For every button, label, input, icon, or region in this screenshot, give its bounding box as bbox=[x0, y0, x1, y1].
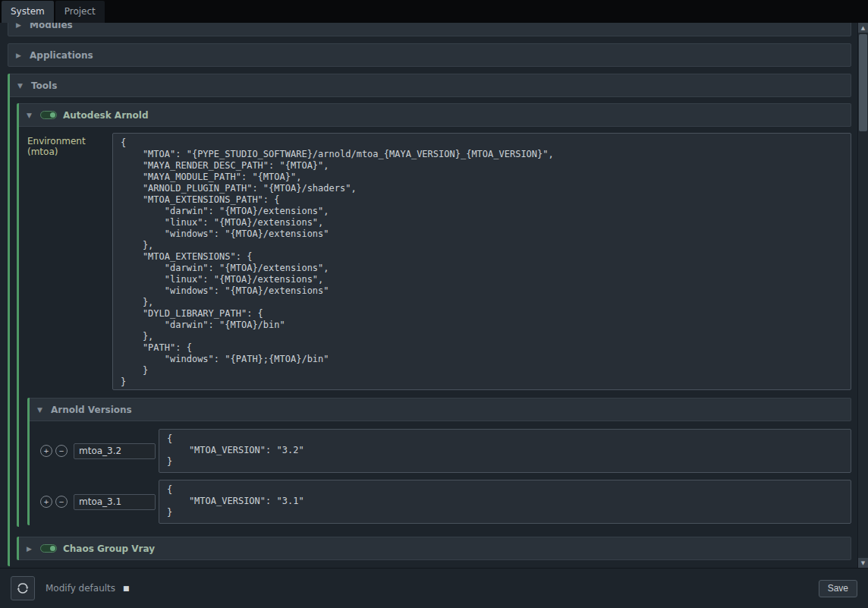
version-name-input[interactable] bbox=[74, 443, 156, 459]
environment-field-row: Environment (mtoa) { "MTOA": "{PYPE_STUD… bbox=[27, 133, 851, 390]
expand-arrow-icon: ▶ bbox=[27, 545, 34, 553]
add-version-button[interactable]: + bbox=[40, 496, 52, 508]
section-header-arnold-versions[interactable]: ▼ Arnold Versions bbox=[30, 398, 851, 421]
version-row: + − { "MTOA_VERSION": "3.1" } bbox=[40, 480, 851, 524]
section-header-chaos-group-vray[interactable]: ▶ Chaos Group Vray bbox=[19, 537, 851, 560]
collapse-arrow-icon: ▼ bbox=[27, 112, 34, 119]
section-tools: ▼ Tools ▼ Autodesk Arnold Environment (m… bbox=[8, 74, 851, 566]
collapse-arrow-icon: ▼ bbox=[17, 82, 25, 90]
refresh-icon bbox=[16, 581, 30, 595]
save-button[interactable]: Save bbox=[819, 580, 857, 597]
remove-version-button[interactable]: − bbox=[55, 445, 68, 457]
section-header-applications[interactable]: ▶ Applications bbox=[8, 43, 851, 67]
section-arnold-versions: ▼ Arnold Versions + − { "MTOA_VERSION": … bbox=[27, 398, 851, 525]
arnold-versions-body: + − { "MTOA_VERSION": "3.2" } + − bbox=[30, 421, 851, 525]
vertical-scrollbar[interactable]: ▲ ▼ bbox=[857, 23, 868, 568]
expand-arrow-icon: ▶ bbox=[16, 52, 24, 59]
section-title: Chaos Group Vray bbox=[63, 543, 155, 554]
settings-window: System Project ▶ Modules ▶ Applications … bbox=[0, 0, 868, 608]
section-title: Tools bbox=[31, 80, 57, 91]
modify-defaults-label: Modify defaults bbox=[46, 583, 115, 594]
tab-system[interactable]: System bbox=[2, 1, 54, 23]
section-header-tools[interactable]: ▼ Tools bbox=[10, 74, 851, 97]
expand-arrow-icon: ▶ bbox=[16, 23, 24, 29]
arnold-enabled-toggle[interactable] bbox=[40, 111, 57, 119]
section-header-autodesk-arnold[interactable]: ▼ Autodesk Arnold bbox=[19, 103, 851, 127]
refresh-button[interactable] bbox=[11, 576, 35, 600]
version-json-textarea[interactable]: { "MTOA_VERSION": "3.1" } bbox=[159, 480, 851, 524]
main-tabbar: System Project bbox=[0, 0, 868, 23]
collapse-arrow-icon: ▼ bbox=[37, 406, 45, 414]
add-version-button[interactable]: + bbox=[40, 445, 52, 457]
footer-bar: Modify defaults ■ Save bbox=[0, 568, 868, 608]
environment-label: Environment (mtoa) bbox=[27, 133, 112, 157]
section-modules: ▶ Modules bbox=[8, 23, 851, 36]
settings-content: ▶ Modules ▶ Applications ▼ Tools bbox=[0, 23, 857, 566]
section-applications: ▶ Applications bbox=[8, 43, 851, 67]
modify-defaults-checkbox[interactable]: ■ bbox=[123, 584, 130, 592]
section-title: Modules bbox=[30, 23, 73, 30]
vray-enabled-toggle[interactable] bbox=[40, 544, 57, 553]
section-autodesk-arnold: ▼ Autodesk Arnold Environment (mtoa) { "… bbox=[17, 103, 851, 527]
environment-json-textarea[interactable]: { "MTOA": "{PYPE_STUDIO_SOFTWARE}/arnold… bbox=[112, 133, 851, 390]
scroll-up-button[interactable]: ▲ bbox=[858, 23, 868, 33]
section-header-modules[interactable]: ▶ Modules bbox=[8, 23, 851, 36]
section-title: Arnold Versions bbox=[51, 405, 132, 415]
arnold-body: Environment (mtoa) { "MTOA": "{PYPE_STUD… bbox=[19, 127, 851, 527]
settings-scroll-viewport: ▶ Modules ▶ Applications ▼ Tools bbox=[0, 23, 857, 568]
scroll-down-button[interactable]: ▼ bbox=[858, 558, 868, 568]
remove-version-button[interactable]: − bbox=[55, 496, 68, 508]
section-chaos-group-vray: ▶ Chaos Group Vray bbox=[17, 537, 851, 560]
tools-body: ▼ Autodesk Arnold Environment (mtoa) { "… bbox=[10, 97, 851, 566]
version-json-textarea[interactable]: { "MTOA_VERSION": "3.2" } bbox=[159, 429, 851, 473]
version-row: + − { "MTOA_VERSION": "3.2" } bbox=[40, 429, 851, 473]
section-title: Autodesk Arnold bbox=[63, 110, 149, 121]
version-name-input[interactable] bbox=[74, 494, 156, 510]
section-title: Applications bbox=[30, 50, 93, 61]
tab-project[interactable]: Project bbox=[55, 1, 105, 23]
scrollbar-thumb[interactable] bbox=[859, 34, 867, 131]
